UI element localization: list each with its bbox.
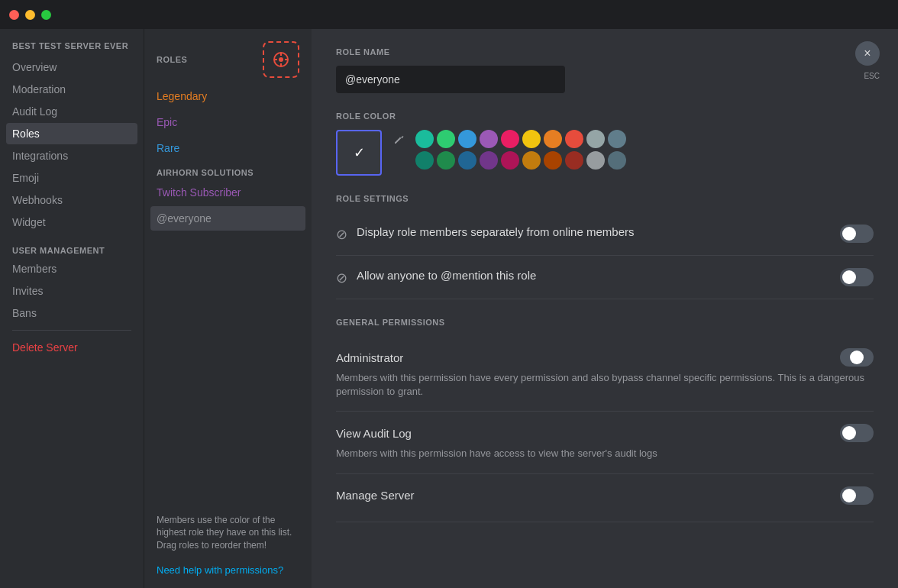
permission-name: Manage Server bbox=[336, 489, 415, 502]
display-role-setting-left: ⊘ Display role members separately from o… bbox=[336, 225, 840, 243]
sidebar-item-members[interactable]: Members bbox=[6, 258, 137, 279]
svg-point-1 bbox=[279, 57, 283, 62]
sidebar-item-roles[interactable]: Roles bbox=[6, 123, 137, 144]
role-name: Epic bbox=[157, 116, 177, 128]
sidebar-item-emoji[interactable]: Emoji bbox=[6, 167, 137, 189]
server-name: BEST TEST SERVER EVER bbox=[6, 41, 137, 57]
color-dot-green[interactable] bbox=[437, 130, 455, 148]
display-role-setting-row: ⊘ Display role members separately from o… bbox=[336, 212, 874, 256]
color-dot-dark-teal[interactable] bbox=[415, 151, 434, 170]
role-item-legendary[interactable]: Legendary bbox=[150, 84, 305, 108]
roles-header-label: ROLES bbox=[157, 55, 187, 64]
sidebar-item-integrations[interactable]: Integrations bbox=[6, 145, 137, 166]
sidebar-item-moderation[interactable]: Moderation bbox=[6, 79, 137, 100]
allow-mention-setting-row: ⊘ Allow anyone to @mention this role bbox=[336, 256, 874, 299]
sidebar-item-label: Audit Log bbox=[12, 105, 57, 118]
roles-header: ROLES bbox=[144, 29, 312, 84]
sidebar-item-label: Bans bbox=[12, 307, 37, 319]
role-name-input[interactable] bbox=[336, 66, 565, 93]
sidebar-item-audit-log[interactable]: Audit Log bbox=[6, 101, 137, 122]
display-role-toggle[interactable] bbox=[840, 225, 874, 243]
minimize-button[interactable] bbox=[25, 10, 35, 20]
administrator-toggle[interactable] bbox=[840, 348, 874, 367]
color-dot-dark-blue[interactable] bbox=[458, 151, 476, 170]
maximize-button[interactable] bbox=[41, 10, 51, 20]
manage-server-toggle[interactable] bbox=[840, 486, 874, 505]
toggle-track bbox=[840, 268, 874, 286]
titlebar bbox=[0, 0, 898, 29]
color-options bbox=[415, 130, 626, 170]
color-dot-orange[interactable] bbox=[544, 130, 562, 148]
sidebar-item-overview[interactable]: Overview bbox=[6, 57, 137, 78]
permission-desc: Members with this permission have every … bbox=[336, 371, 874, 399]
role-item-everyone[interactable]: @everyone bbox=[150, 206, 305, 231]
toggle-thumb bbox=[842, 227, 856, 241]
selected-color-swatch[interactable]: ✓ bbox=[336, 130, 382, 176]
sidebar-item-delete-server[interactable]: Delete Server bbox=[6, 337, 137, 358]
user-management-label: USER MANAGEMENT bbox=[6, 234, 137, 258]
allow-mention-toggle[interactable] bbox=[840, 268, 874, 286]
color-dot-pink[interactable] bbox=[501, 130, 519, 148]
color-dot-blue[interactable] bbox=[458, 130, 476, 148]
eyedropper-button[interactable] bbox=[388, 130, 409, 151]
color-dot-dark-green[interactable] bbox=[437, 151, 455, 170]
role-name-section-label: ROLE NAME bbox=[336, 47, 874, 57]
color-dot-dark-yellow[interactable] bbox=[522, 151, 541, 170]
permission-name: Administrator bbox=[336, 351, 403, 364]
color-dot-gray[interactable] bbox=[586, 130, 605, 148]
permission-name: View Audit Log bbox=[336, 427, 412, 440]
sidebar-item-label: Webhooks bbox=[12, 194, 63, 206]
sidebar-item-label: Roles bbox=[12, 128, 40, 140]
toggle-track bbox=[840, 424, 874, 442]
sidebar: BEST TEST SERVER EVER Overview Moderatio… bbox=[0, 29, 144, 588]
role-section-label: AIRHORN SOLUTIONS bbox=[150, 162, 305, 180]
check-icon: ✓ bbox=[354, 144, 365, 161]
sidebar-item-invites[interactable]: Invites bbox=[6, 280, 137, 302]
permission-row-view-audit-log: View Audit Log Members with this permiss… bbox=[336, 412, 874, 473]
toggle-track bbox=[840, 348, 874, 367]
sidebar-item-label: Widget bbox=[12, 216, 46, 228]
toggle-thumb bbox=[842, 270, 856, 284]
color-row-2 bbox=[415, 151, 626, 170]
color-dot-dark-pink[interactable] bbox=[501, 151, 519, 170]
color-dot-purple[interactable] bbox=[480, 130, 498, 148]
color-dot-dark-purple[interactable] bbox=[480, 151, 498, 170]
roles-need-help-link[interactable]: Need help with permissions? bbox=[144, 561, 312, 588]
color-dot-dark-orange[interactable] bbox=[544, 151, 562, 170]
sidebar-item-label: Invites bbox=[12, 285, 43, 297]
allow-mention-text: Allow anyone to @mention this role bbox=[357, 269, 536, 282]
color-dot-bluegray[interactable] bbox=[608, 130, 626, 148]
sidebar-item-label: Members bbox=[12, 263, 57, 275]
sidebar-item-label: Emoji bbox=[12, 172, 39, 184]
color-dot-dark-red[interactable] bbox=[565, 151, 583, 170]
toggle-track bbox=[840, 486, 874, 505]
color-dot-yellow[interactable] bbox=[522, 130, 541, 148]
role-item-rare[interactable]: Rare bbox=[150, 136, 305, 160]
sidebar-item-webhooks[interactable]: Webhooks bbox=[6, 189, 137, 211]
role-settings-label: ROLE SETTINGS bbox=[336, 194, 874, 203]
close-button[interactable] bbox=[9, 10, 19, 20]
sidebar-item-label: Integrations bbox=[12, 150, 68, 162]
sidebar-item-bans[interactable]: Bans bbox=[6, 302, 137, 324]
permission-row-top: View Audit Log bbox=[336, 424, 874, 442]
sidebar-item-label: Delete Server bbox=[12, 341, 78, 354]
toggle-track bbox=[840, 225, 874, 243]
sidebar-item-widget[interactable]: Widget bbox=[6, 212, 137, 233]
close-button[interactable]: × bbox=[855, 41, 880, 66]
permissions-section: GENERAL PERMISSIONS Administrator Member… bbox=[336, 318, 874, 522]
role-item-epic[interactable]: Epic bbox=[150, 110, 305, 134]
view-audit-log-toggle[interactable] bbox=[840, 424, 874, 442]
color-dot-red[interactable] bbox=[565, 130, 583, 148]
role-name: Legendary bbox=[157, 90, 207, 102]
color-dot-dark-bluegray[interactable] bbox=[608, 151, 626, 170]
main-layout: BEST TEST SERVER EVER Overview Moderatio… bbox=[0, 29, 898, 588]
display-role-icon: ⊘ bbox=[336, 226, 347, 243]
role-name: Rare bbox=[157, 142, 179, 154]
role-item-twitch[interactable]: Twitch Subscriber bbox=[150, 180, 305, 205]
color-dot-light-gray[interactable] bbox=[586, 151, 605, 170]
roles-list: Legendary Epic Rare AIRHORN SOLUTIONS Tw… bbox=[144, 84, 312, 505]
role-icon[interactable] bbox=[263, 41, 299, 78]
sidebar-item-label: Overview bbox=[12, 61, 57, 73]
role-color-section: ROLE COLOR ✓ bbox=[336, 111, 874, 176]
color-dot-teal[interactable] bbox=[415, 130, 434, 148]
